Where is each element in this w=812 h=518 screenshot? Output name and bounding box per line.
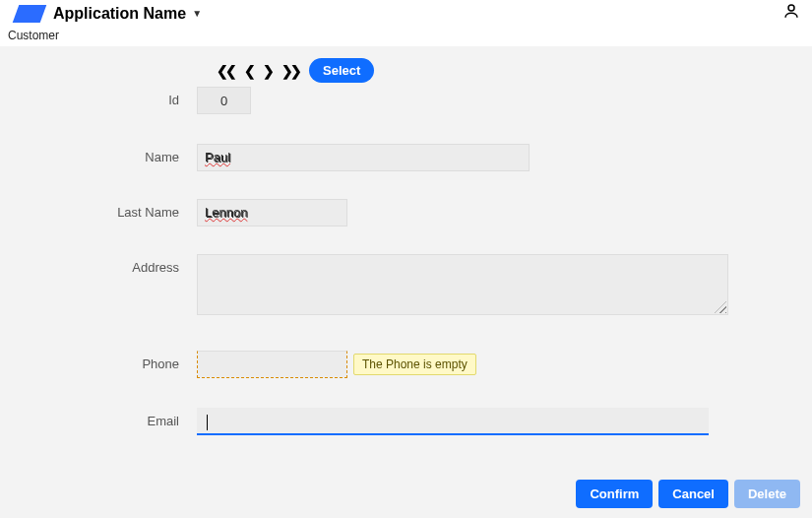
address-input[interactable] [197,254,728,315]
phone-empty-tooltip: The Phone is empty [353,354,476,375]
content-area: ❮❮ ❮ ❯ ❯❯ Select Id 0 Name Paul Last Nam… [0,46,812,435]
breadcrumb: Customer [0,27,812,46]
app-name-dropdown[interactable]: Application Name ▼ [53,5,202,23]
record-nav-toolbar: ❮❮ ❮ ❯ ❯❯ Select [215,58,812,83]
label-lastname: Last Name [0,199,197,220]
row-email: Email [0,408,812,435]
email-input[interactable] [197,408,709,435]
delete-button[interactable]: Delete [734,480,800,508]
nav-icons: ❮❮ ❮ ❯ ❯❯ [215,63,301,79]
app-name-label: Application Name [53,5,186,23]
first-record-icon[interactable]: ❮❮ [215,63,236,79]
row-id: Id 0 [0,87,812,114]
label-phone: Phone [0,351,197,371]
phone-input[interactable] [197,351,347,378]
lastname-input[interactable] [197,199,347,227]
id-value: 0 [220,94,227,108]
label-id: Id [0,87,197,107]
svg-point-0 [788,5,794,11]
row-lastname: Last Name Lennon [0,199,812,227]
label-email: Email [0,408,197,428]
cancel-button[interactable]: Cancel [658,480,728,508]
row-address: Address [0,254,812,315]
chevron-down-icon: ▼ [192,8,202,19]
top-bar: Application Name ▼ [0,0,812,27]
label-address: Address [0,254,197,275]
id-field: 0 [197,87,251,114]
user-icon[interactable] [782,2,800,25]
last-record-icon[interactable]: ❯❯ [280,63,301,79]
footer-actions: Confirm Cancel Delete [576,480,800,508]
phone-tooltip-text: The Phone is empty [362,357,468,371]
logo-icon [13,5,47,23]
confirm-button[interactable]: Confirm [576,480,653,508]
prev-record-icon[interactable]: ❮ [242,63,255,79]
top-bar-left: Application Name ▼ [10,5,202,23]
breadcrumb-label: Customer [8,29,59,42]
row-phone: Phone The Phone is empty [0,351,812,378]
next-record-icon[interactable]: ❯ [261,63,274,79]
select-button[interactable]: Select [309,58,374,83]
row-name: Name Paul [0,144,812,171]
label-name: Name [0,144,197,164]
name-input[interactable] [197,144,530,171]
